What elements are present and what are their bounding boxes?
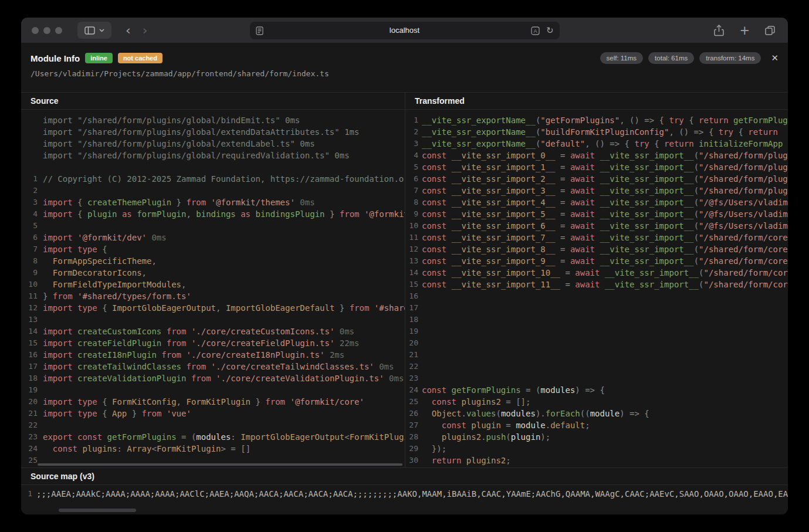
code-line: 1;;;AAEA;AAAkC;AAAA;AAAA;AAAA;AAClC;AAEA…: [21, 488, 788, 500]
transformed-panel-header: Transformed: [405, 93, 788, 110]
source-panel: Source import "/shared/form/plugins/glob…: [21, 93, 405, 467]
forward-button[interactable]: ›: [143, 24, 148, 37]
code-line: 15import createFieldPlugin from './core/…: [21, 337, 405, 349]
code-line: 5: [21, 220, 405, 232]
code-line: 19: [21, 384, 405, 396]
code-line: 7import type {: [21, 243, 405, 255]
module-info-header: Module Info inline not cached self: 11ms…: [21, 43, 788, 92]
code-line: 13const __vite_ssr_import_9__ = await __…: [405, 255, 788, 267]
code-line: import "/shared/form/plugins/global/exte…: [21, 138, 405, 150]
code-line: 24const getFormPlugins = (modules) => {: [405, 384, 788, 396]
code-line: 20import type { FormKitConfig, FormKitPl…: [21, 396, 405, 408]
inspect-page: Module Info inline not cached self: 11ms…: [21, 43, 788, 514]
code-line: 21: [405, 349, 788, 361]
code-line: 10 FormFieldTypeImportModules,: [21, 279, 405, 290]
code-line: 16import createI18nPlugin from './core/c…: [21, 349, 405, 361]
code-line: import "/shared/form/plugins/global/requ…: [21, 150, 405, 161]
code-line: 13: [21, 314, 405, 326]
code-panels: Source import "/shared/form/plugins/glob…: [21, 92, 788, 467]
page-title: Module Info: [31, 53, 80, 63]
code-line: 15const __vite_ssr_import_11__ = await _…: [405, 279, 788, 290]
code-line: 19: [405, 326, 788, 337]
svg-text:A: A: [533, 28, 537, 34]
sourcemap-footer: [21, 501, 788, 515]
code-line: 11const __vite_ssr_import_7__ = await __…: [405, 232, 788, 243]
share-button[interactable]: [714, 25, 724, 36]
code-line: 8 FormAppSpecificTheme,: [21, 255, 405, 267]
timing-total-badge: total: 61ms: [648, 52, 694, 64]
code-line: 5const __vite_ssr_import_1__ = await __v…: [405, 161, 788, 173]
code-line: 22: [21, 419, 405, 431]
traffic-light-minimize[interactable]: [43, 27, 50, 34]
timing-transform-badge: transform: 14ms: [699, 52, 761, 64]
code-line: 4const __vite_ssr_import_0__ = await __v…: [405, 150, 788, 161]
module-path: /Users/vladimir/Projects/zammad/app/fron…: [31, 69, 778, 78]
code-line: 6import '@formkit/dev' 0ms: [21, 232, 405, 243]
page-settings-icon[interactable]: [256, 26, 263, 38]
code-line: 16: [405, 290, 788, 302]
sidebar-toggle-button[interactable]: [77, 22, 111, 39]
code-line: 17: [405, 302, 788, 314]
address-bar[interactable]: localhost A ↻: [250, 22, 560, 39]
code-line: 6const __vite_ssr_import_2__ = await __v…: [405, 173, 788, 185]
url-text: localhost: [250, 22, 560, 39]
code-line: 20: [405, 337, 788, 349]
close-button[interactable]: ✕: [771, 53, 778, 63]
transformed-panel-title: Transformed: [415, 96, 465, 106]
sidebar-icon: [84, 26, 95, 35]
source-code[interactable]: import "/shared/form/plugins/global/bind…: [21, 110, 405, 467]
sourcemap-title: Source map (v3): [31, 472, 94, 481]
code-line: 17import createTailwindClasses from './c…: [21, 361, 405, 372]
code-line: 3import { createThemePlugin } from '@for…: [21, 196, 405, 208]
code-line: import "/shared/form/plugins/global/exte…: [21, 126, 405, 138]
code-line: 30 return plugins2;: [405, 455, 788, 466]
code-line: 27 const plugin = module.default;: [405, 419, 788, 431]
code-line: 14const __vite_ssr_import_10__ = await _…: [405, 267, 788, 279]
browser-window: ‹ › localhost A ↻: [21, 18, 788, 514]
transformed-panel: Transformed 1__vite_ssr_exportName__("ge…: [405, 93, 788, 467]
code-line: 18import createValidationPlugin from './…: [21, 372, 405, 384]
code-line: 23export const getFormPlugins = (modules…: [21, 431, 405, 443]
translate-icon[interactable]: A: [531, 26, 540, 35]
source-panel-title: Source: [31, 96, 58, 106]
code-line: 11} from '#shared/types/form.ts': [21, 290, 405, 302]
traffic-light-close[interactable]: [32, 27, 39, 34]
code-line: 28 plugins2.push(plugin);: [405, 431, 788, 443]
code-line: [21, 161, 405, 173]
code-line: 21import type { App } from 'vue': [21, 408, 405, 419]
code-line: 26 Object.values(modules).forEach((modul…: [405, 408, 788, 419]
code-line: 12import type { ImportGlobEagerOutput, I…: [21, 302, 405, 314]
transformed-code[interactable]: 1__vite_ssr_exportName__("getFormPlugins…: [405, 110, 788, 467]
code-line: 9const __vite_ssr_import_5__ = await __v…: [405, 208, 788, 220]
inline-badge: inline: [85, 53, 113, 63]
sourcemap-hscrollbar[interactable]: [59, 509, 136, 512]
code-line: 9 FormDecoratorIcons,: [21, 267, 405, 279]
code-line: 8const __vite_ssr_import_4__ = await __v…: [405, 196, 788, 208]
code-line: 14import createCustomIcons from './core/…: [21, 326, 405, 337]
code-line: 29 });: [405, 443, 788, 455]
traffic-light-zoom[interactable]: [55, 27, 62, 34]
code-line: 1__vite_ssr_exportName__("getFormPlugins…: [405, 114, 788, 126]
code-line: 2: [21, 185, 405, 196]
source-panel-header: Source: [21, 93, 405, 110]
source-hscrollbar[interactable]: [38, 463, 402, 466]
code-line: 22: [405, 361, 788, 372]
code-line: 10const __vite_ssr_import_6__ = await __…: [405, 220, 788, 232]
code-line: 4import { plugin as formPlugin, bindings…: [21, 208, 405, 220]
new-tab-button[interactable]: +: [739, 23, 750, 38]
code-line: import "/shared/form/plugins/global/bind…: [21, 114, 405, 126]
sourcemap-code[interactable]: 1;;;AAEA;AAAkC;AAAA;AAAA;AAAA;AAClC;AAEA…: [21, 485, 788, 501]
tab-overview-button[interactable]: [765, 26, 775, 35]
reload-button[interactable]: ↻: [546, 25, 554, 36]
sourcemap-header: Source map (v3): [21, 467, 788, 485]
chevron-down-icon: [99, 29, 104, 32]
traffic-lights: [32, 27, 62, 34]
cache-status-badge: not cached: [118, 53, 163, 63]
code-line: 23: [405, 372, 788, 384]
code-line: 7const __vite_ssr_import_3__ = await __v…: [405, 185, 788, 196]
code-line: 24 const plugins: Array<FormKitPlugin> =…: [21, 443, 405, 455]
code-line: 3__vite_ssr_exportName__("default", () =…: [405, 138, 788, 150]
code-line: 12const __vite_ssr_import_8__ = await __…: [405, 243, 788, 255]
back-button[interactable]: ‹: [126, 24, 131, 37]
timing-self-badge: self: 11ms: [600, 52, 644, 64]
